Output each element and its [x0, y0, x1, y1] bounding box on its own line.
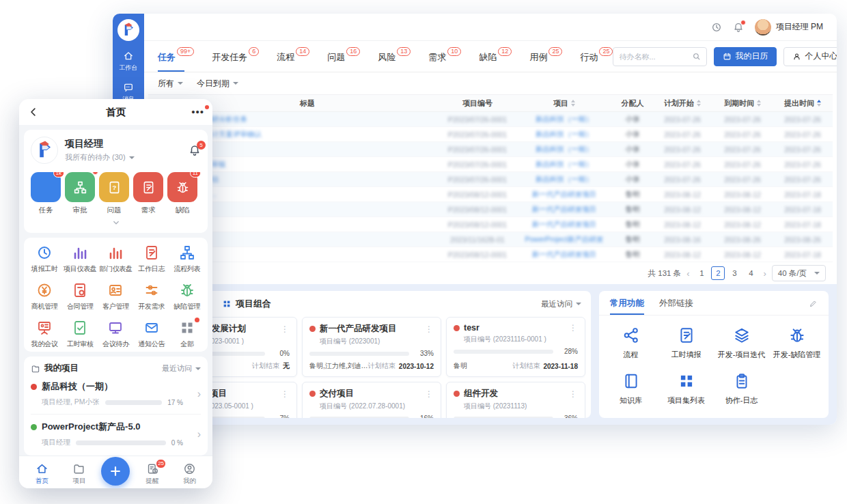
project-card-title[interactable]: 新一代产品研发项目 — [320, 323, 421, 335]
quick-tile[interactable]: 需求 — [133, 172, 163, 215]
card-more-icon[interactable]: ⋮ — [425, 389, 434, 399]
page-number[interactable]: 3 — [727, 266, 741, 280]
table-row[interactable]: 项目风险评估 P2023/07/26-0001 新品科技（一期） 小张 2023… — [148, 172, 833, 187]
project-card[interactable]: 新一代产品研发项目 ⋮ 项目编号 (2023001) 33% 鲁明,江力维,刘迪… — [302, 317, 441, 377]
more-menu-icon[interactable]: ••• — [191, 109, 204, 115]
project-card[interactable]: 交付项目 ⋮ 项目编号 (2022.07.28-0001) 16% 鲁明 — [302, 382, 441, 418]
page-size-select[interactable]: 40 条/页 — [772, 265, 826, 281]
col-project-code[interactable]: 项目编号 — [439, 98, 516, 109]
project-link[interactable]: 新品科技（一期） — [536, 145, 593, 153]
project-link[interactable]: 新品科技（一期） — [536, 130, 593, 138]
tab-common-functions[interactable]: 常用功能 — [610, 298, 644, 315]
table-row[interactable]: 接口联调 P2023/08/12-0001 新一代产品研发项目 鲁明 2023-… — [148, 202, 833, 217]
service-item[interactable]: 工作日志 — [134, 244, 169, 274]
project-card-title[interactable]: 组件开发 — [464, 388, 565, 400]
todo-tab[interactable]: 任务 99+ — [158, 41, 194, 72]
sort-icon[interactable] — [697, 100, 701, 107]
tab-reminders[interactable]: 提醒 25 — [137, 462, 167, 486]
project-link[interactable]: PowerProject新产品研发 — [525, 235, 604, 243]
col-title[interactable]: 标题 — [173, 98, 439, 109]
todo-tab[interactable]: 风险 13 — [378, 41, 411, 72]
quick-function-item[interactable]: 项目集列表 — [658, 372, 714, 406]
todo-tab[interactable]: 开发任务 6 — [212, 41, 259, 72]
back-icon[interactable] — [27, 106, 40, 118]
notifications-bell[interactable] — [733, 22, 744, 33]
quick-function-item[interactable]: 工时填报 — [658, 326, 714, 360]
todo-summary-dropdown[interactable]: 我所有的待办 (30) — [65, 152, 135, 163]
card-more-icon[interactable]: ⋮ — [425, 324, 434, 334]
table-row[interactable]: UI走查 2023/11/162B-01 PowerProject新产品研发 鲁… — [148, 232, 833, 247]
project-card-title[interactable]: 交付项目 — [320, 388, 421, 400]
quick-function-item[interactable]: 开发-缺陷管理 — [769, 326, 824, 360]
page-number[interactable]: 1 — [695, 266, 708, 280]
project-card-title[interactable]: tesr — [464, 323, 565, 333]
quick-function-item[interactable]: 协作-日志 — [714, 372, 769, 406]
sidebar-item-workbench[interactable]: 工作台 — [120, 51, 138, 72]
filter-dropdown[interactable]: 所有 — [158, 78, 183, 89]
table-row[interactable]: 回归测试 P2023/08/12-0001 新一代产品研发项目 鲁明 2023-… — [148, 247, 833, 262]
filter-dropdown[interactable]: 今日到期 — [197, 78, 238, 89]
tab-home[interactable]: 首页 — [27, 462, 57, 486]
tab-projects[interactable]: 项目 — [64, 462, 94, 486]
quick-tile[interactable]: 11 缺陷 — [167, 172, 197, 215]
prev-page-button[interactable]: ‹ — [686, 268, 689, 279]
project-link[interactable]: 新一代产品研发项目 — [532, 205, 597, 213]
project-list-item[interactable]: 新品科技（一期） 项目经理, PM小张 17 % › — [31, 374, 201, 415]
todo-tab[interactable]: 问题 16 — [327, 41, 360, 72]
quick-function-item[interactable]: 流程 — [603, 326, 658, 360]
project-link[interactable]: 新一代产品研发项目 — [532, 250, 597, 258]
service-item[interactable]: 会议待办 — [98, 320, 133, 349]
table-row[interactable]: 市场需求调研分析任务 P2023/07/26-0001 新品科技（一期） 小张 … — [148, 112, 833, 127]
project-link[interactable]: 新品科技（一期） — [536, 160, 593, 168]
quick-tile[interactable]: 审批 — [65, 172, 95, 215]
my-calendar-button[interactable]: 我的日历 — [714, 47, 777, 66]
create-fab-button[interactable] — [101, 457, 130, 486]
todo-tab[interactable]: 用例 25 — [529, 41, 562, 72]
service-item[interactable]: 流程列表 — [169, 244, 205, 274]
next-page-button[interactable]: › — [763, 268, 766, 279]
card-more-icon[interactable]: ⋮ — [569, 389, 578, 399]
service-item[interactable]: 商机管理 — [27, 282, 62, 311]
col-plan-start[interactable]: 计划开始 — [652, 98, 712, 109]
todo-tab[interactable]: 流程 14 — [277, 41, 309, 72]
sort-icon[interactable] — [571, 100, 575, 107]
edit-button[interactable] — [809, 299, 818, 313]
service-item[interactable]: 客户管理 — [98, 282, 133, 311]
service-item[interactable]: 缺陷管理 — [169, 282, 205, 311]
project-card[interactable]: tesr ⋮ 项目编号 (20231116-0001 ) 28% 鲁明 — [446, 317, 585, 377]
projects-sort-dropdown[interactable]: 最近访问 — [162, 363, 201, 374]
page-number[interactable]: 4 — [744, 266, 758, 280]
table-row[interactable]: 需求梳理 . . . P2023/08/12-0001 新一代产品研发项目 鲁明… — [148, 187, 833, 202]
user-menu[interactable]: 项目经理 PM — [755, 19, 823, 36]
project-link[interactable]: 新品科技（一期） — [536, 175, 593, 183]
table-row[interactable]: 方案设计 P2023/08/12-0001 新一代产品研发项目 鲁明 2023-… — [148, 217, 833, 232]
card-more-icon[interactable]: ⋮ — [281, 324, 290, 334]
quick-function-item[interactable]: 开发-项目迭代 — [714, 326, 769, 360]
service-item[interactable]: 我的会议 — [27, 320, 62, 349]
col-due-date[interactable]: 到期时间 — [712, 98, 773, 109]
personal-center-button[interactable]: 个人中心 — [783, 47, 837, 66]
table-row[interactable]: 产品原型设计方案评审确认 P2023/07/26-0001 新品科技（一期） 小… — [148, 127, 833, 142]
history-icon[interactable] — [711, 22, 722, 33]
quick-tile[interactable]: 1k 任务 — [31, 172, 61, 215]
portfolio-sort-dropdown[interactable]: 最近访问 — [541, 299, 581, 309]
service-item[interactable]: 项目仪表盘 — [62, 244, 98, 274]
quick-tile[interactable]: 问题 — [99, 172, 129, 215]
project-link[interactable]: 新品科技（一期） — [536, 115, 593, 123]
project-card[interactable]: 组件开发 ⋮ 项目编号 (20231113) 36% 鲁明 — [446, 382, 585, 418]
sort-icon[interactable] — [757, 100, 761, 107]
service-item[interactable]: 合同管理 — [62, 282, 98, 311]
card-more-icon[interactable]: ⋮ — [569, 323, 578, 333]
mobile-bell[interactable]: 5 — [189, 144, 201, 156]
table-row[interactable]: 测试 P2023/07/26-0001 新品科技（一期） 小张 2023-07-… — [148, 142, 833, 157]
tab-mine[interactable]: 我的 — [175, 462, 205, 486]
project-list-item[interactable]: PowerProject新产品-5.0 项目经理 0 % › — [31, 415, 201, 454]
col-created-date[interactable]: 提出时间 — [773, 98, 833, 109]
todo-tab[interactable]: 需求 10 — [428, 41, 461, 72]
col-assignee[interactable]: 分配人 — [613, 98, 652, 109]
service-item[interactable]: 开发需求 — [134, 282, 169, 311]
service-item[interactable]: 部门仪表盘 — [98, 244, 133, 274]
service-item[interactable]: 工时审核 — [62, 320, 98, 349]
todo-tab[interactable]: 缺陷 12 — [479, 41, 512, 72]
card-more-icon[interactable]: ⋮ — [281, 389, 290, 399]
